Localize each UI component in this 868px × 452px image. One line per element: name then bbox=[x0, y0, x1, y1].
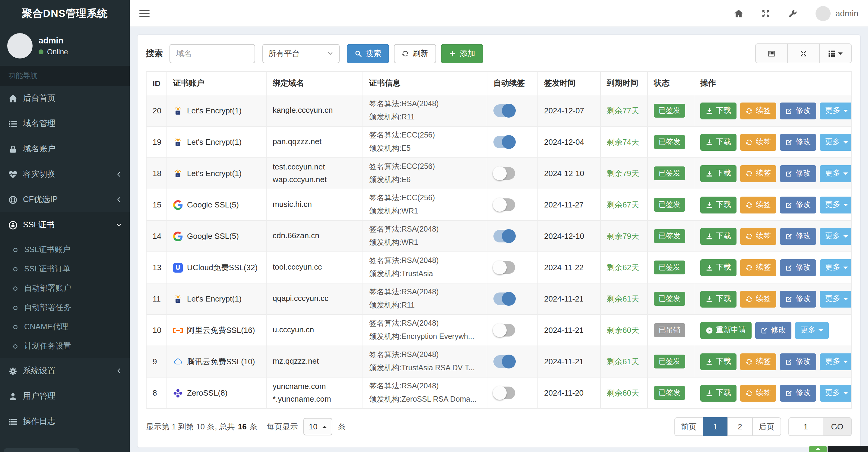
reapply-button[interactable]: 重新申请 bbox=[700, 322, 752, 338]
more-button[interactable]: 更多 bbox=[820, 196, 851, 213]
more-button[interactable]: 更多 bbox=[820, 102, 851, 119]
wrench-icon[interactable] bbox=[788, 9, 798, 18]
cert-algorithm: 签名算法:RSA(2048) bbox=[369, 223, 481, 236]
pager: 前页12后页 bbox=[674, 417, 781, 436]
auto-renew-toggle[interactable] bbox=[493, 198, 515, 211]
cell-id: 8 bbox=[146, 377, 167, 409]
renew-button[interactable]: 续签 bbox=[740, 353, 776, 370]
edit-button[interactable]: 修改 bbox=[780, 102, 816, 119]
download-button[interactable]: 下载 bbox=[700, 134, 737, 151]
renew-button[interactable]: 续签 bbox=[740, 259, 776, 276]
sidebar-item-operation-log[interactable]: 操作日志 bbox=[0, 409, 130, 434]
account-name: Google SSL(5) bbox=[187, 200, 239, 209]
action-buttons: 下载续签修改更多 bbox=[700, 259, 845, 276]
refresh-icon bbox=[746, 232, 753, 240]
renew-button[interactable]: 续签 bbox=[740, 102, 776, 119]
edit-button[interactable]: 修改 bbox=[780, 384, 816, 401]
download-button[interactable]: 下载 bbox=[700, 384, 737, 401]
more-button[interactable]: 更多 bbox=[820, 290, 851, 307]
page-button-1[interactable]: 1 bbox=[703, 417, 728, 436]
renew-button[interactable]: 续签 bbox=[740, 384, 776, 401]
sidebar-subitem-cname-proxy[interactable]: CNAME代理 bbox=[0, 317, 130, 336]
sidebar-item-failover[interactable]: 容灾切换 bbox=[0, 162, 130, 187]
edit-button[interactable]: 修改 bbox=[780, 196, 816, 213]
auto-renew-toggle[interactable] bbox=[493, 355, 515, 368]
search-button[interactable]: 搜索 bbox=[347, 44, 389, 63]
go-button[interactable]: GO bbox=[824, 417, 852, 436]
columns-button[interactable] bbox=[819, 43, 852, 63]
renew-button[interactable]: 续签 bbox=[740, 228, 776, 245]
sidebar-item-home[interactable]: 后台首页 bbox=[0, 86, 130, 111]
edit-button[interactable]: 修改 bbox=[780, 290, 816, 307]
edit-button[interactable]: 修改 bbox=[780, 353, 816, 370]
more-button[interactable]: 更多 bbox=[820, 134, 851, 151]
per-page-select[interactable]: 10 bbox=[303, 418, 333, 435]
download-button[interactable]: 下载 bbox=[700, 165, 737, 182]
edit-button[interactable]: 修改 bbox=[780, 228, 816, 245]
more-button[interactable]: 更多 bbox=[820, 259, 851, 276]
column-header-3: 证书信息 bbox=[363, 71, 487, 95]
sidebar-item-system-settings[interactable]: 系统设置 bbox=[0, 358, 130, 384]
auto-renew-toggle[interactable] bbox=[493, 136, 515, 148]
cell-auto-renew bbox=[487, 95, 538, 126]
auto-renew-toggle[interactable] bbox=[493, 167, 515, 180]
sidebar-item-user-management[interactable]: 用户管理 bbox=[0, 384, 130, 409]
auto-renew-toggle[interactable] bbox=[493, 324, 515, 336]
next-page-button[interactable]: 后页 bbox=[752, 417, 781, 436]
caret-down-icon bbox=[838, 52, 843, 55]
edit-button[interactable]: 修改 bbox=[780, 259, 816, 276]
sidebar-item-domain-accounts[interactable]: 域名账户 bbox=[0, 136, 130, 162]
auto-renew-toggle[interactable] bbox=[493, 230, 515, 243]
renew-button[interactable]: 续签 bbox=[740, 290, 776, 307]
action-button-label: 续签 bbox=[756, 200, 771, 210]
renew-button[interactable]: 续签 bbox=[740, 134, 776, 151]
cell-status: 已签发 bbox=[648, 377, 694, 409]
sidebar-subitem-scheduled-tasks[interactable]: 计划任务设置 bbox=[0, 336, 130, 356]
renew-button[interactable]: 续签 bbox=[740, 196, 776, 213]
download-button[interactable]: 下载 bbox=[700, 228, 737, 245]
more-button[interactable]: 更多 bbox=[820, 384, 851, 401]
sidebar-subitem-auto-deploy-accounts[interactable]: 自动部署账户 bbox=[0, 279, 130, 298]
navbar-user[interactable]: admin bbox=[815, 6, 858, 21]
add-button[interactable]: 添加 bbox=[441, 44, 483, 63]
goto-page-input[interactable] bbox=[788, 417, 824, 436]
auto-renew-toggle[interactable] bbox=[493, 104, 515, 117]
download-button[interactable]: 下载 bbox=[700, 259, 737, 276]
more-button[interactable]: 更多 bbox=[820, 228, 851, 245]
download-icon bbox=[706, 264, 713, 271]
more-button[interactable]: 更多 bbox=[795, 322, 829, 338]
cell-remaining-days: 剩余67天 bbox=[600, 189, 648, 220]
sidebar-subitem-ssl-cert-accounts[interactable]: SSL证书账户 bbox=[0, 240, 130, 259]
download-button[interactable]: 下载 bbox=[700, 290, 737, 307]
edit-button[interactable]: 修改 bbox=[780, 134, 816, 151]
page-button-2[interactable]: 2 bbox=[727, 417, 753, 436]
home-icon[interactable] bbox=[734, 9, 743, 18]
prev-page-button[interactable]: 前页 bbox=[674, 417, 703, 436]
search-input[interactable] bbox=[169, 44, 255, 63]
download-button[interactable]: 下载 bbox=[700, 353, 737, 370]
auto-renew-toggle[interactable] bbox=[493, 292, 515, 305]
edit-button[interactable]: 修改 bbox=[755, 322, 792, 338]
download-button[interactable]: 下载 bbox=[700, 196, 737, 213]
sidebar-subitem-auto-deploy-tasks[interactable]: 自动部署任务 bbox=[0, 298, 130, 317]
auto-renew-toggle[interactable] bbox=[493, 261, 515, 274]
cell-status: 已签发 bbox=[648, 346, 694, 377]
table-fullscreen-button[interactable] bbox=[787, 43, 820, 63]
fullscreen-icon[interactable] bbox=[761, 9, 770, 18]
sidebar-subitem-ssl-cert-orders[interactable]: SSL证书订单 bbox=[0, 259, 130, 279]
back-to-top-button[interactable] bbox=[809, 446, 827, 452]
card-view-button[interactable] bbox=[755, 43, 788, 63]
sidebar-item-cf-ip[interactable]: CF优选IP bbox=[0, 187, 130, 212]
platform-select[interactable]: 所有平台 bbox=[262, 44, 340, 63]
sidebar-item-domain-management[interactable]: 域名管理 bbox=[0, 111, 130, 136]
column-header-0: ID bbox=[146, 71, 167, 95]
renew-button[interactable]: 续签 bbox=[740, 165, 776, 182]
more-button[interactable]: 更多 bbox=[820, 165, 851, 182]
auto-renew-toggle[interactable] bbox=[493, 387, 515, 399]
more-button[interactable]: 更多 bbox=[820, 353, 851, 370]
edit-button[interactable]: 修改 bbox=[780, 165, 816, 182]
hamburger-menu-icon[interactable] bbox=[140, 9, 150, 17]
download-button[interactable]: 下载 bbox=[700, 102, 737, 119]
sidebar-item-ssl-cert[interactable]: SSL证书 bbox=[0, 212, 130, 237]
refresh-button[interactable]: 刷新 bbox=[394, 44, 436, 63]
